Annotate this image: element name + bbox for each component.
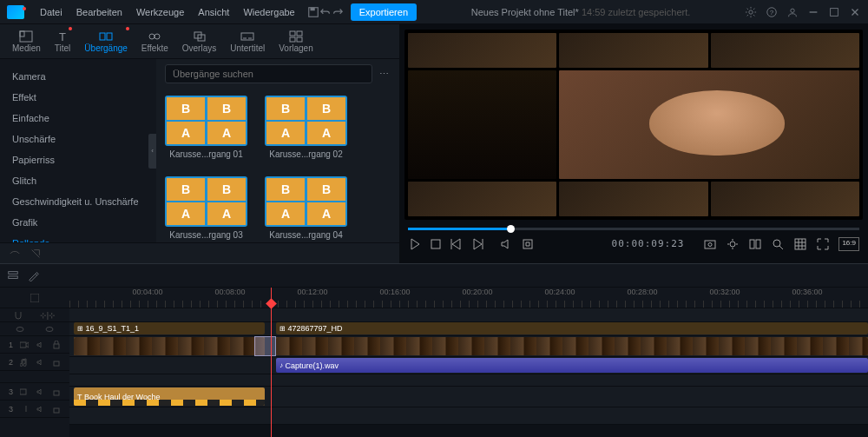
category-kamera[interactable]: Kamera [0,66,156,87]
tab-media[interactable]: Medien [5,24,48,58]
track-header-row[interactable]: ⊞ 16_9_S1_T1_1 ⊞ 472867797_HD [69,322,868,336]
preview-viewport[interactable] [404,30,863,220]
fullscreen-icon[interactable] [816,237,830,251]
settings-icon[interactable] [745,6,757,18]
undo-icon[interactable] [319,6,332,18]
play-icon[interactable] [408,237,422,251]
tab-label: Vorlagen [279,43,312,53]
snapshot-icon[interactable] [703,237,717,251]
grid-icon[interactable] [793,237,807,251]
category-grafik[interactable]: Grafik [0,212,156,233]
time-ruler[interactable]: 00:04:00 00:08:00 00:12:00 00:16:00 00:2… [69,288,868,308]
tool-icon[interactable] [9,248,21,260]
pen-tool-icon[interactable] [28,269,40,281]
category-glitch[interactable]: Glitch [0,170,156,191]
video-icon[interactable] [20,341,29,349]
lock-icon[interactable] [52,405,61,414]
tab-overlays[interactable]: Overlays [175,24,223,58]
video-icon[interactable] [20,387,29,396]
transition-item[interactable]: BBAAKarusse...rgang 03 [165,176,247,240]
audio-track-1[interactable]: ♪ Capture(1).wav [69,357,868,374]
account-icon[interactable] [786,6,799,18]
eye-icon[interactable] [45,325,54,334]
category-unschaerfe[interactable]: Unschärfe [0,129,156,149]
export-button[interactable]: Exportieren [351,3,417,21]
tool-icon[interactable] [30,248,42,260]
svg-rect-35 [20,342,26,348]
tab-templates[interactable]: Vorlagen [272,24,319,58]
audio-icon[interactable] [20,405,29,414]
category-effekt[interactable]: Effekt [0,87,156,108]
eye-icon[interactable] [16,325,24,334]
volume-icon[interactable] [500,237,514,251]
redo-icon[interactable] [332,6,344,18]
stop-icon[interactable] [429,237,443,251]
svg-point-24 [708,242,712,246]
adjust-icon[interactable] [726,237,740,251]
lock-icon[interactable] [52,358,61,367]
category-geschwindigkeit[interactable]: Geschwindigkeit u. Unschärfe [0,191,156,212]
menu-edit[interactable]: Bearbeiten [69,7,129,17]
collapse-handle[interactable]: ‹ [148,134,156,169]
audio-track-3[interactable] [69,407,868,425]
mute-icon[interactable] [36,405,45,414]
svg-rect-6 [831,8,838,16]
mute-icon[interactable] [36,358,45,367]
tab-transitions[interactable]: Übergänge [77,24,134,58]
transition-item[interactable]: BBAAKarusse...rgang 01 [165,96,247,159]
lock-icon[interactable] [52,387,61,396]
title-track[interactable]: T Book Haul der Woche [69,387,868,407]
magnet-icon[interactable] [14,311,23,320]
video-clip[interactable] [276,337,868,355]
aspect-ratio[interactable]: 16:9 [838,237,859,251]
help-icon[interactable]: ? [766,6,778,18]
menu-file[interactable]: Datei [33,7,69,17]
video-track-1[interactable] [69,336,868,357]
tracks-area[interactable]: 00:04:00 00:08:00 00:12:00 00:16:00 00:2… [69,288,868,437]
preview-panel: 00:00:09:23 16:9 [399,24,868,263]
transition-item[interactable]: BBAAKarusse...rgang 04 [265,176,347,240]
tab-subtitles[interactable]: Untertitel [223,24,272,58]
marker-track[interactable] [69,308,868,322]
minimize-icon[interactable] [807,6,819,18]
mute-icon[interactable] [36,387,45,396]
menu-playback[interactable]: Wiedergabe [236,7,301,17]
svg-rect-1 [310,7,314,10]
menu-tools[interactable]: Werkzeuge [129,7,191,17]
audio-clip[interactable]: ♪ Capture(1).wav [276,358,868,373]
audio-icon[interactable] [20,358,29,367]
maximize-icon[interactable] [828,6,840,18]
transition-clip[interactable] [254,336,276,356]
next-frame-icon[interactable] [470,237,484,251]
save-icon[interactable] [307,6,319,18]
ruler-tick: 00:36:00 [792,288,822,296]
tab-title[interactable]: TTitel [48,24,78,58]
lock-icon[interactable] [52,341,61,349]
prev-frame-icon[interactable] [450,237,464,251]
zoom-icon[interactable] [771,237,785,251]
category-einfache[interactable]: Einfache [0,108,156,129]
more-options-icon[interactable]: ⋯ [379,69,391,80]
crop-icon[interactable] [521,237,535,251]
progress-bar[interactable] [408,228,859,230]
video-clip[interactable] [74,337,265,355]
svg-rect-19 [290,37,295,42]
menu-view[interactable]: Ansicht [191,7,236,17]
title-clip[interactable]: T Book Haul der Woche [74,387,265,406]
clip-header[interactable]: ⊞ 16_9_S1_T1_1 [74,322,265,334]
compare-icon[interactable] [748,237,762,251]
track-headers: ⊹|⊹ 1 2 3 3 [0,288,69,437]
close-icon[interactable] [849,6,861,18]
project-title: Neues Projekt ohne Titel* 14:59 zuletzt … [417,7,745,17]
layout-icon[interactable] [30,294,39,302]
tab-label: Overlays [182,43,216,53]
timeline-mode-icon[interactable] [7,269,19,281]
mute-icon[interactable] [36,341,45,349]
tab-effects[interactable]: Effekte [135,24,175,58]
category-papierriss[interactable]: Papierriss [0,149,156,170]
category-rollende[interactable]: Rollende [0,233,156,242]
playhead[interactable] [271,288,272,437]
clip-header[interactable]: ⊞ 472867797_HD [276,322,868,334]
search-input[interactable] [165,64,372,83]
transition-item[interactable]: BBAAKarusse...rgang 02 [265,96,347,159]
